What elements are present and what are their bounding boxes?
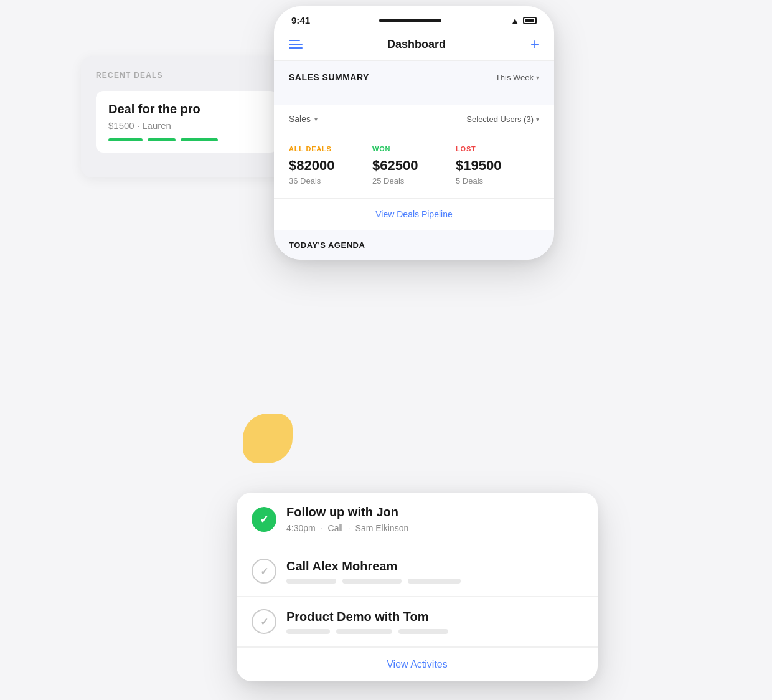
check-circle-pending-2: ✓ xyxy=(252,609,276,634)
agenda-item-2-title: Call Alex Mohream xyxy=(286,559,583,574)
progress-bar-2 xyxy=(148,138,176,141)
nav-bar: Dashboard + xyxy=(274,31,554,60)
won-label: WON xyxy=(372,145,456,153)
sales-header: SALES SUMMARY This Week ▾ xyxy=(289,72,539,82)
agenda-item-1-title: Follow up with Jon xyxy=(286,505,583,519)
recent-deals-title: RECENT DEALS xyxy=(96,71,278,80)
agenda-item-3[interactable]: ✓ Product Demo with Tom xyxy=(237,597,598,647)
checkmark-icon: ✓ xyxy=(260,513,269,526)
view-activities-section: View Activites xyxy=(237,647,598,681)
agenda-item-1[interactable]: ✓ Follow up with Jon 4:30pm · Call · Sam… xyxy=(237,493,598,546)
lost-stat: LOST $19500 5 Deals xyxy=(456,145,539,186)
sales-filter-label: Sales xyxy=(289,114,311,124)
status-notch xyxy=(379,19,441,22)
agenda-section: TODAY'S AGENDA xyxy=(274,230,554,260)
status-time: 9:41 xyxy=(291,15,310,26)
deal-name: Deal for the pro xyxy=(108,102,265,116)
deal-item: Deal for the pro $1500 · Lauren xyxy=(96,91,278,153)
chevron-down-icon-3: ▾ xyxy=(536,116,539,123)
deal-info: $1500 · Lauren xyxy=(108,120,265,131)
hamburger-line-1 xyxy=(289,40,300,41)
progress-bar-1 xyxy=(108,138,143,141)
users-filter-dropdown[interactable]: Selected Users (3) ▾ xyxy=(466,115,539,124)
view-activities-link[interactable]: View Activites xyxy=(387,659,448,669)
chevron-down-icon-2: ▾ xyxy=(314,116,318,123)
agenda-item-1-meta: 4:30pm · Call · Sam Elkinson xyxy=(286,523,583,533)
all-deals-stat: ALL DEALS $82000 36 Deals xyxy=(289,145,372,186)
this-week-dropdown[interactable]: This Week ▾ xyxy=(496,73,539,82)
filter-row: Sales ▾ Selected Users (3) ▾ xyxy=(274,105,554,133)
sales-summary-section: SALES SUMMARY This Week ▾ xyxy=(274,60,554,105)
agenda-item-1-person: Sam Elkinson xyxy=(355,523,409,533)
agenda-item-3-placeholders xyxy=(286,629,583,634)
agenda-item-2[interactable]: ✓ Call Alex Mohream xyxy=(237,546,598,597)
chevron-down-icon: ▾ xyxy=(536,74,539,81)
sales-summary-title: SALES SUMMARY xyxy=(289,72,369,82)
this-week-label: This Week xyxy=(496,73,534,82)
won-amount: $62500 xyxy=(372,158,456,174)
all-deals-count: 36 Deals xyxy=(289,176,372,186)
add-button[interactable]: + xyxy=(530,37,539,52)
won-count: 25 Deals xyxy=(372,176,456,186)
checkmark-pending-icon-1: ✓ xyxy=(260,565,268,577)
view-pipeline-section: View Deals Pipeline xyxy=(274,198,554,230)
decoration-blob xyxy=(243,414,293,463)
status-bar: 9:41 ▲ xyxy=(274,6,554,31)
agenda-title: TODAY'S AGENDA xyxy=(289,240,539,250)
agenda-item-3-title: Product Demo with Tom xyxy=(286,610,583,624)
deal-stats: ALL DEALS $82000 36 Deals WON $62500 25 … xyxy=(274,145,554,198)
hamburger-line-2 xyxy=(289,44,303,45)
placeholder-bar-4 xyxy=(286,629,330,634)
hamburger-line-3 xyxy=(289,47,303,49)
deal-amount: $1500 xyxy=(108,120,134,131)
agenda-item-1-content: Follow up with Jon 4:30pm · Call · Sam E… xyxy=(286,505,583,533)
all-deals-label: ALL DEALS xyxy=(289,145,372,153)
placeholder-bar-1 xyxy=(286,579,336,584)
check-circle-done: ✓ xyxy=(252,507,276,532)
battery-fill xyxy=(525,19,534,22)
lost-label: LOST xyxy=(456,145,539,153)
users-filter-label: Selected Users (3) xyxy=(466,115,534,124)
all-deals-amount: $82000 xyxy=(289,158,372,174)
status-icons: ▲ xyxy=(511,16,537,26)
deal-progress-bars xyxy=(108,138,265,141)
sales-filter-dropdown[interactable]: Sales ▾ xyxy=(289,114,318,124)
agenda-item-1-type: Call xyxy=(328,523,343,533)
wifi-icon: ▲ xyxy=(511,16,519,26)
lost-amount: $19500 xyxy=(456,158,539,174)
agenda-item-1-time: 4:30pm xyxy=(286,523,316,533)
deal-assignee: Lauren xyxy=(142,120,171,131)
agenda-card: ✓ Follow up with Jon 4:30pm · Call · Sam… xyxy=(237,493,598,681)
agenda-item-2-placeholders xyxy=(286,579,583,584)
placeholder-bar-3 xyxy=(408,579,461,584)
lost-count: 5 Deals xyxy=(456,176,539,186)
placeholder-bar-2 xyxy=(342,579,402,584)
progress-bar-3 xyxy=(181,138,218,141)
phone-mockup: 9:41 ▲ Dashboard + SALES SUMMARY This We… xyxy=(274,6,554,260)
check-circle-pending-1: ✓ xyxy=(252,559,276,584)
agenda-item-2-content: Call Alex Mohream xyxy=(286,559,583,584)
nav-title: Dashboard xyxy=(387,38,446,51)
hamburger-menu[interactable] xyxy=(289,40,303,49)
agenda-item-3-content: Product Demo with Tom xyxy=(286,610,583,634)
view-pipeline-link[interactable]: View Deals Pipeline xyxy=(375,209,452,219)
recent-deals-card: RECENT DEALS Deal for the pro $1500 · La… xyxy=(81,56,293,177)
checkmark-pending-icon-2: ✓ xyxy=(260,616,268,628)
placeholder-bar-6 xyxy=(398,629,448,634)
won-stat: WON $62500 25 Deals xyxy=(372,145,456,186)
placeholder-bar-5 xyxy=(336,629,392,634)
